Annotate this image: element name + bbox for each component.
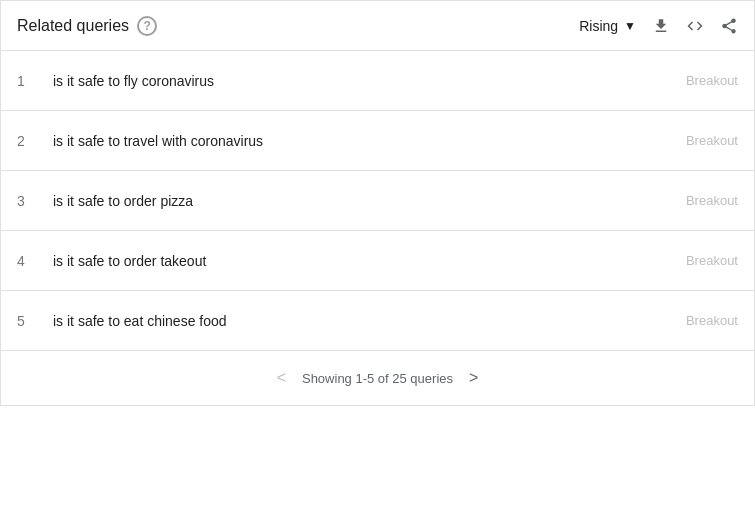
table-row[interactable]: 5is it safe to eat chinese foodBreakout <box>1 291 754 351</box>
header-right: Rising ▼ <box>579 17 738 35</box>
row-badge: Breakout <box>686 313 738 328</box>
share-icon[interactable] <box>720 17 738 35</box>
row-query-text: is it safe to fly coronavirus <box>53 73 686 89</box>
related-queries-widget: Related queries ? Rising ▼ 1is it safe t… <box>0 0 755 406</box>
embed-icon[interactable] <box>686 17 704 35</box>
table-row[interactable]: 3is it safe to order pizzaBreakout <box>1 171 754 231</box>
pagination: < Showing 1-5 of 25 queries > <box>1 351 754 405</box>
row-rank: 2 <box>17 133 53 149</box>
widget-header: Related queries ? Rising ▼ <box>1 1 754 51</box>
next-page-button[interactable]: > <box>465 365 482 391</box>
row-rank: 5 <box>17 313 53 329</box>
table-row[interactable]: 4is it safe to order takeoutBreakout <box>1 231 754 291</box>
queries-table: 1is it safe to fly coronavirusBreakout2i… <box>1 51 754 351</box>
table-row[interactable]: 1is it safe to fly coronavirusBreakout <box>1 51 754 111</box>
row-query-text: is it safe to order takeout <box>53 253 686 269</box>
row-query-text: is it safe to order pizza <box>53 193 686 209</box>
header-left: Related queries ? <box>17 16 157 36</box>
prev-page-button[interactable]: < <box>273 365 290 391</box>
row-badge: Breakout <box>686 73 738 88</box>
widget-title: Related queries <box>17 17 129 35</box>
row-badge: Breakout <box>686 253 738 268</box>
filter-dropdown[interactable]: Rising ▼ <box>579 18 636 34</box>
row-rank: 1 <box>17 73 53 89</box>
row-badge: Breakout <box>686 193 738 208</box>
row-rank: 3 <box>17 193 53 209</box>
filter-label: Rising <box>579 18 618 34</box>
download-icon[interactable] <box>652 17 670 35</box>
dropdown-arrow-icon: ▼ <box>624 19 636 33</box>
pagination-text: Showing 1-5 of 25 queries <box>302 371 453 386</box>
row-query-text: is it safe to eat chinese food <box>53 313 686 329</box>
row-badge: Breakout <box>686 133 738 148</box>
table-row[interactable]: 2is it safe to travel with coronavirusBr… <box>1 111 754 171</box>
help-icon[interactable]: ? <box>137 16 157 36</box>
row-rank: 4 <box>17 253 53 269</box>
row-query-text: is it safe to travel with coronavirus <box>53 133 686 149</box>
